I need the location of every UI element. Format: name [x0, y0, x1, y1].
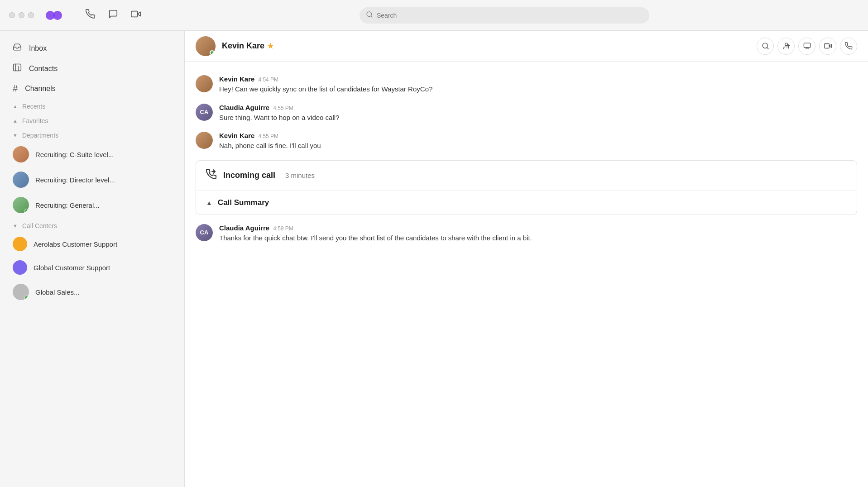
inbox-label: Inbox	[29, 44, 47, 53]
svg-line-10	[767, 48, 768, 49]
svg-point-1	[53, 11, 62, 20]
msg-sender-1: Kevin Kare	[219, 75, 254, 83]
search-bar-container	[150, 7, 859, 24]
sidebar-item-recruiting-csuite[interactable]: Recruiting: C-Suite level...	[0, 142, 184, 167]
sidebar-item-inbox[interactable]: Inbox	[0, 38, 184, 58]
msg-text-1: Hey! Can we quickly sync on the list of …	[219, 84, 857, 95]
svg-rect-16	[824, 44, 829, 48]
recents-section[interactable]: ▲ Recents	[0, 98, 184, 113]
chat-panel: Kevin Kare ★	[185, 31, 868, 487]
video-icon[interactable]	[131, 9, 141, 21]
message-group-2: CA Claudia Aguirre 4:55 PM Sure thing. W…	[185, 99, 868, 128]
screen-share-button[interactable]	[798, 38, 815, 55]
chat-icon[interactable]	[108, 9, 118, 21]
msg-sender-3: Kevin Kare	[219, 132, 254, 139]
msg-sender-2: Claudia Aguirre	[219, 104, 269, 111]
aerolabs-dot	[13, 237, 27, 251]
msg-avatar-claudia1: CA	[196, 104, 213, 121]
msg-content-3: Kevin Kare 4:55 PM Nah, phone call is fi…	[219, 132, 857, 151]
avatar-director	[13, 172, 29, 188]
avatar-global-sales	[13, 284, 29, 300]
global-sales-label: Global Sales...	[35, 288, 80, 296]
search-chat-button[interactable]	[757, 38, 774, 55]
message-group-1: Kevin Kare 4:54 PM Hey! Can we quickly s…	[185, 71, 868, 99]
minimize-btn[interactable]	[19, 12, 24, 18]
chat-header: Kevin Kare ★	[185, 31, 868, 62]
call-centers-chevron-icon: ▼	[13, 223, 18, 229]
svg-marker-2	[138, 12, 140, 16]
msg-sender-4: Claudia Aguirre	[219, 224, 269, 232]
sidebar-item-global[interactable]: Global Customer Support	[0, 256, 184, 279]
svg-marker-15	[829, 44, 831, 48]
sidebar-item-recruiting-general[interactable]: Recruiting: General...	[0, 192, 184, 218]
msg-content-1: Kevin Kare 4:54 PM Hey! Can we quickly s…	[219, 75, 857, 95]
departments-chevron-icon: ▼	[13, 133, 18, 138]
contacts-label: Contacts	[29, 65, 58, 73]
star-icon: ★	[267, 42, 273, 50]
recents-chevron-icon: ▲	[13, 104, 18, 109]
message-group-3: Kevin Kare 4:55 PM Nah, phone call is fi…	[185, 127, 868, 156]
window-controls	[9, 12, 34, 18]
favorites-label: Favorites	[22, 117, 48, 124]
call-centers-label: Call Centers	[22, 222, 57, 229]
messages-area: Kevin Kare 4:54 PM Hey! Can we quickly s…	[185, 62, 868, 487]
svg-rect-14	[804, 43, 810, 48]
channels-label: Channels	[25, 85, 56, 93]
recruiting-director-label: Recruiting: Director level...	[35, 176, 115, 184]
global-dot	[13, 260, 27, 275]
add-user-button[interactable]	[777, 38, 795, 55]
msg-text-4: Thanks for the quick chat btw. I'll send…	[219, 233, 857, 244]
call-summary-row[interactable]: ▲ Call Summary	[196, 191, 857, 215]
svg-rect-3	[131, 11, 138, 17]
msg-header-4: Claudia Aguirre 4:59 PM	[219, 224, 857, 232]
msg-content-2: Claudia Aguirre 4:55 PM Sure thing. Want…	[219, 104, 857, 123]
sidebar-item-recruiting-director[interactable]: Recruiting: Director level...	[0, 167, 184, 192]
departments-label: Departments	[22, 132, 58, 139]
sidebar-nav: Inbox Contacts # Channels ▲ Re	[0, 31, 184, 308]
msg-text-3: Nah, phone call is fine. I'll call you	[219, 141, 857, 151]
sidebar-item-global-sales[interactable]: Global Sales...	[0, 279, 184, 305]
search-bar[interactable]	[360, 7, 649, 24]
sidebar-item-channels[interactable]: # Channels	[0, 79, 184, 98]
close-btn[interactable]	[9, 12, 15, 18]
favorites-chevron-icon: ▲	[13, 118, 18, 124]
search-icon	[366, 11, 373, 20]
titlebar	[0, 0, 868, 31]
msg-time-3: 4:55 PM	[258, 133, 278, 139]
sidebar-item-contacts[interactable]: Contacts	[0, 58, 184, 79]
chat-contact-name: Kevin Kare ★	[222, 41, 273, 51]
msg-header-1: Kevin Kare 4:54 PM	[219, 75, 857, 83]
phone-icon[interactable]	[86, 9, 96, 21]
sidebar-item-aerolabs[interactable]: Aerolabs Customer Support	[0, 232, 184, 256]
search-input[interactable]	[377, 12, 643, 19]
incoming-call-label: Incoming call	[223, 171, 275, 180]
phone-call-button[interactable]	[840, 38, 857, 55]
msg-avatar-claudia2: CA	[196, 224, 213, 241]
departments-section[interactable]: ▼ Departments	[0, 127, 184, 142]
msg-text-2: Sure thing. Want to hop on a video call?	[219, 113, 857, 123]
app-logo	[45, 9, 63, 22]
msg-time-4: 4:59 PM	[273, 225, 293, 232]
svg-line-5	[371, 16, 372, 17]
chat-contact-avatar	[196, 36, 216, 56]
sidebar: Inbox Contacts # Channels ▲ Re	[0, 31, 185, 487]
inbox-icon	[13, 43, 22, 54]
msg-header-2: Claudia Aguirre 4:55 PM	[219, 104, 857, 111]
call-card: Incoming call 3 minutes ▲ Call Summary	[196, 160, 857, 215]
avatar-general	[13, 197, 29, 213]
msg-header-3: Kevin Kare 4:55 PM	[219, 132, 857, 139]
titlebar-icons	[86, 9, 141, 21]
incoming-call-icon	[206, 169, 217, 182]
call-centers-section[interactable]: ▼ Call Centers	[0, 218, 184, 232]
msg-avatar-kevin2	[196, 132, 213, 149]
contacts-icon	[13, 63, 22, 74]
hash-icon: #	[13, 83, 18, 94]
video-call-button[interactable]	[819, 38, 836, 55]
maximize-btn[interactable]	[28, 12, 34, 18]
favorites-section[interactable]: ▲ Favorites	[0, 113, 184, 127]
msg-content-4: Claudia Aguirre 4:59 PM Thanks for the q…	[219, 224, 857, 244]
main-layout: Inbox Contacts # Channels ▲ Re	[0, 31, 868, 487]
msg-avatar-kevin1	[196, 75, 213, 92]
call-summary-chevron-icon: ▲	[206, 199, 212, 206]
msg-time-2: 4:55 PM	[273, 105, 293, 111]
